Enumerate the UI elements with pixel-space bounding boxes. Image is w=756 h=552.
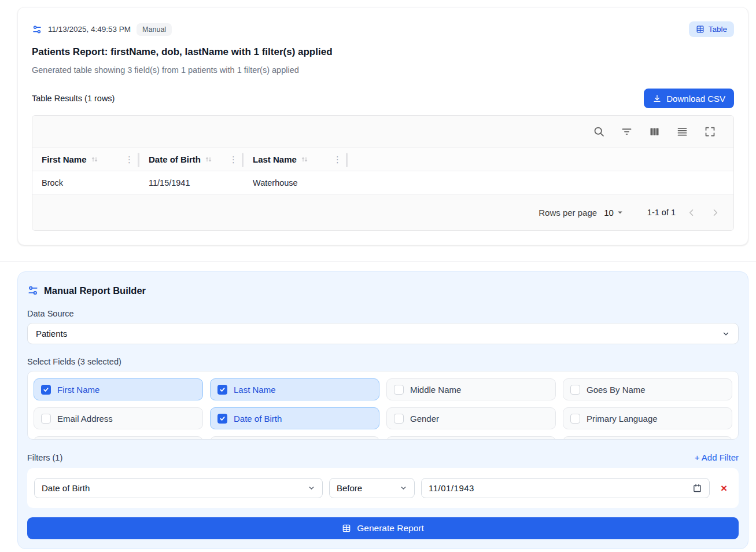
- table-row: Brock 11/15/1941 Waterhouse: [32, 171, 733, 194]
- report-meta-row: 11/13/2025, 4:49:53 PM Manual Table: [32, 21, 734, 37]
- data-source-select[interactable]: Patients: [27, 323, 739, 344]
- remove-filter-icon[interactable]: ×: [716, 483, 732, 494]
- filter-operator-select[interactable]: Before: [329, 478, 415, 498]
- cell-first-name: Brock: [32, 171, 139, 194]
- checkbox-checked-icon: [41, 385, 51, 395]
- previous-page-icon[interactable]: [684, 205, 699, 220]
- table-icon: [342, 524, 351, 533]
- field-checkbox-state[interactable]: State: [386, 436, 556, 440]
- checkbox-checked-icon: [217, 385, 227, 395]
- column-menu-icon[interactable]: ⋮: [333, 154, 342, 165]
- sort-icon[interactable]: [204, 155, 213, 164]
- section-divider: [0, 262, 756, 262]
- checkbox-checked-icon: [217, 414, 227, 424]
- filters-label: Filters (1): [27, 453, 62, 462]
- download-csv-button[interactable]: Download CSV: [644, 89, 734, 108]
- table-toolbar: [32, 116, 733, 148]
- fields-box: First Name Last Name Middle Name Goes By…: [27, 371, 739, 440]
- cell-last-name: Waterhouse: [244, 171, 348, 194]
- report-title: Patients Report: firstName, dob, lastNam…: [32, 46, 734, 58]
- chevron-down-icon: [308, 484, 315, 492]
- chevron-down-icon: [722, 330, 730, 338]
- column-header-first-name[interactable]: First Name ⋮: [32, 148, 139, 171]
- table-header-row: First Name ⋮ Date of Birth ⋮: [32, 148, 733, 171]
- field-checkbox-date-of-birth[interactable]: Date of Birth: [210, 407, 379, 429]
- columns-icon[interactable]: [647, 124, 662, 139]
- report-timestamp: 11/13/2025, 4:49:53 PM: [48, 25, 131, 34]
- column-header-last-name[interactable]: Last Name ⋮: [244, 148, 348, 171]
- column-header-date-of-birth[interactable]: Date of Birth ⋮: [139, 148, 244, 171]
- report-type-sliders-icon: [32, 24, 42, 35]
- checkbox-unchecked-icon: [570, 385, 580, 395]
- cell-date-of-birth: 11/15/1941: [139, 171, 244, 194]
- results-table: First Name ⋮ Date of Birth ⋮: [32, 115, 734, 231]
- filter-icon[interactable]: [619, 124, 634, 139]
- rows-per-page-label: Rows per page: [539, 208, 597, 218]
- checkbox-unchecked-icon: [394, 385, 404, 395]
- table-type-badge: Table: [689, 21, 734, 37]
- field-checkbox-email-address[interactable]: Email Address: [34, 407, 203, 429]
- column-header-spacer: [348, 148, 733, 171]
- checkbox-unchecked-icon: [570, 414, 580, 424]
- field-checkbox-city[interactable]: City: [210, 436, 379, 440]
- field-checkbox-middle-name[interactable]: Middle Name: [386, 378, 556, 400]
- mode-badge: Manual: [137, 23, 172, 36]
- table-pagination: Rows per page 10 1-1 of 1: [32, 194, 733, 230]
- download-icon: [652, 94, 662, 103]
- rows-per-page-select[interactable]: 10: [604, 207, 625, 218]
- sort-icon[interactable]: [300, 155, 309, 164]
- report-card: 11/13/2025, 4:49:53 PM Manual Table Pati…: [17, 7, 748, 245]
- checkbox-unchecked-icon: [41, 414, 51, 424]
- next-page-icon[interactable]: [707, 205, 723, 220]
- report-subtitle: Generated table showing 3 field(s) from …: [32, 65, 734, 75]
- search-icon[interactable]: [592, 124, 606, 139]
- density-icon[interactable]: [675, 124, 689, 139]
- table-icon: [696, 25, 705, 34]
- sort-icon[interactable]: [90, 155, 99, 164]
- select-fields-label: Select Fields (3 selected): [27, 357, 739, 366]
- caret-down-icon: [615, 207, 625, 218]
- add-filter-button[interactable]: + Add Filter: [695, 452, 739, 462]
- generate-report-button[interactable]: Generate Report: [27, 517, 739, 539]
- field-checkbox-goes-by-name[interactable]: Goes By Name: [563, 378, 732, 400]
- chevron-down-icon: [400, 484, 407, 492]
- checkbox-unchecked-icon: [394, 414, 404, 424]
- table-results-label: Table Results (1 rows): [32, 94, 115, 103]
- field-checkbox-gender[interactable]: Gender: [386, 407, 556, 429]
- manual-report-builder: Manual Report Builder Data Source Patien…: [17, 271, 748, 549]
- fullscreen-icon[interactable]: [703, 124, 717, 139]
- field-checkbox-last-name[interactable]: Last Name: [210, 378, 379, 400]
- column-menu-icon[interactable]: ⋮: [229, 154, 238, 165]
- filter-row: Date of Birth Before 11/01/1943 ×: [27, 468, 739, 508]
- data-source-label: Data Source: [27, 309, 739, 318]
- field-checkbox-address[interactable]: Address: [34, 436, 203, 440]
- field-checkbox-first-name[interactable]: First Name: [34, 378, 203, 400]
- filter-date-input[interactable]: 11/01/1943: [421, 478, 710, 498]
- calendar-icon[interactable]: [692, 483, 702, 493]
- sliders-icon: [27, 285, 39, 296]
- column-menu-icon[interactable]: ⋮: [125, 154, 134, 165]
- filter-field-select[interactable]: Date of Birth: [34, 478, 323, 498]
- pagination-range-label: 1-1 of 1: [647, 208, 676, 217]
- field-checkbox-primary-language[interactable]: Primary Language: [563, 407, 732, 429]
- field-checkbox-zip-code[interactable]: Zip Code: [563, 436, 732, 440]
- builder-title: Manual Report Builder: [44, 285, 146, 296]
